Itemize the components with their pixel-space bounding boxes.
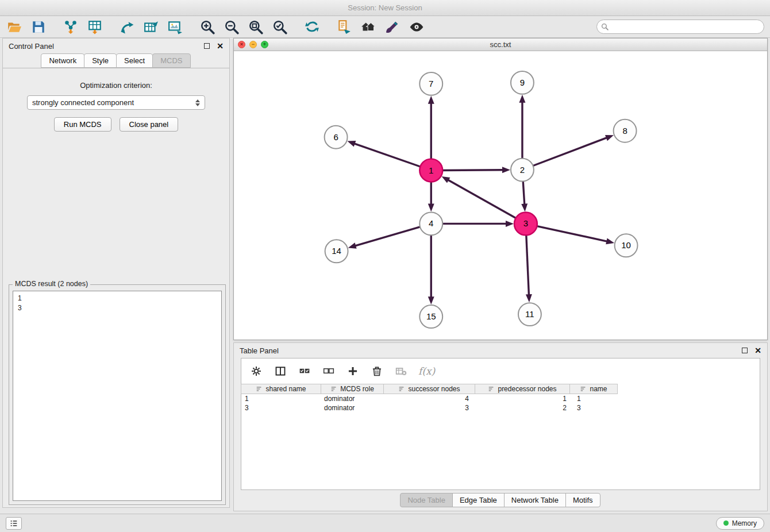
memory-button[interactable]: Memory [716,517,764,530]
table-cell: 1 [241,395,322,403]
node-8[interactable]: 8 [614,119,637,142]
network-window-title: scc.txt [490,40,511,49]
toolbar-groups [6,18,440,36]
edge-3-10[interactable] [537,226,607,242]
network-graph[interactable]: 7968124314101511 [234,51,767,340]
svg-text:8: 8 [622,126,627,136]
home-icon[interactable] [360,18,377,36]
close-window-icon[interactable]: × [238,41,245,48]
export-table-icon[interactable] [143,18,160,36]
import-table-icon[interactable] [86,18,103,36]
edge-4-14[interactable] [355,227,420,246]
table-body: 1dominator4113dominator323 [241,394,760,413]
settings-icon[interactable] [249,364,263,378]
table-cell: 1 [477,395,572,403]
zoom-fit-icon[interactable] [247,18,264,36]
zoom-out-icon[interactable] [223,18,240,36]
tab-mcds[interactable]: MCDS [152,53,190,68]
zoom-selected-icon[interactable] [271,18,288,36]
close-panel-icon[interactable]: ✕ [217,42,224,50]
edge-1-2[interactable] [442,170,503,171]
refresh-icon[interactable] [303,18,321,36]
node-7[interactable]: 7 [419,72,442,95]
mcds-buttons: Run MCDS Close panel [3,117,229,132]
edge-3-1[interactable] [448,180,516,218]
memory-status-icon [723,521,729,526]
column-header-shared-name[interactable]: shared name [241,384,321,394]
unselect-all-icon[interactable] [322,364,336,378]
node-9[interactable]: 9 [511,71,534,94]
close-table-panel-icon[interactable]: ✕ [754,346,761,354]
mcds-result-list[interactable]: 13 [13,291,222,501]
node-11[interactable]: 11 [518,303,541,326]
column-header-predecessor-nodes[interactable]: predecessor nodes [475,384,570,394]
node-15[interactable]: 15 [419,305,442,328]
delete-row-icon[interactable] [370,364,384,378]
table-row[interactable]: 3dominator323 [241,403,760,413]
columns-icon[interactable] [274,364,287,378]
delete-column-icon[interactable] [394,364,408,378]
node-3[interactable]: 3 [514,212,537,235]
export-image-icon[interactable] [167,18,184,36]
svg-text:9: 9 [520,78,525,87]
node-2[interactable]: 2 [511,159,534,182]
column-label: predecessor nodes [498,385,556,393]
float-panel-icon[interactable] [204,43,210,49]
minimize-window-icon[interactable]: − [249,41,257,48]
table-cell: 2 [477,404,572,412]
node-6[interactable]: 6 [325,126,348,149]
save-session-icon[interactable] [30,18,47,36]
tab-network[interactable]: Network [41,53,84,68]
show-hide-icon[interactable] [408,18,425,36]
function-builder-button[interactable]: f(x) [418,365,435,377]
column-sort-icon [580,385,587,392]
tab-motifs[interactable]: Motifs [565,493,600,507]
node-14[interactable]: 14 [325,240,348,263]
edge-2-3[interactable] [523,182,525,205]
toolbar-group [303,18,321,36]
column-sort-icon [330,385,337,392]
column-header-successor-nodes[interactable]: successor nodes [383,384,475,394]
tab-node-table[interactable]: Node Table [400,493,453,507]
table-panel: Table Panel ✕ f(x) shared nameMCDS roles… [233,342,768,511]
table-cell: dominator [322,404,385,412]
close-panel-button[interactable]: Close panel [120,117,179,132]
tab-edge-table[interactable]: Edge Table [452,493,505,507]
column-header-name[interactable]: name [569,384,618,394]
export-document-icon[interactable] [336,18,353,36]
table-row[interactable]: 1dominator411 [241,394,760,403]
export-network-icon[interactable] [118,18,136,36]
criterion-select[interactable]: strongly connected component [27,95,205,110]
network-window-titlebar[interactable]: × − + scc.txt [234,38,767,51]
toolbar-group [336,18,425,36]
svg-text:6: 6 [333,132,338,142]
mcds-result-item: 3 [18,303,217,313]
tab-style[interactable]: Style [84,53,117,68]
select-all-icon[interactable] [298,364,311,378]
tab-select[interactable]: Select [116,53,153,68]
edge-3-11[interactable] [526,235,529,295]
network-canvas[interactable]: 7968124314101511 [234,51,767,340]
main-toolbar [0,16,770,38]
node-1[interactable]: 1 [419,159,442,182]
search-icon [601,23,609,30]
run-mcds-button[interactable]: Run MCDS [54,117,111,132]
add-row-icon[interactable] [346,364,360,378]
apply-style-icon[interactable] [384,18,401,36]
zoom-window-icon[interactable]: + [261,41,268,48]
import-network-icon[interactable] [62,18,79,36]
search-input[interactable] [596,20,764,34]
edge-1-6[interactable] [354,144,421,167]
float-table-panel-icon[interactable] [742,348,748,353]
node-10[interactable]: 10 [615,234,638,257]
svg-text:2: 2 [520,165,525,175]
window-titlebar[interactable]: Session: New Session [0,0,770,16]
zoom-in-icon[interactable] [199,18,216,36]
edge-2-8[interactable] [533,137,607,165]
edge-arrow-1-4 [428,203,434,211]
tab-network-table[interactable]: Network Table [504,493,566,507]
task-history-button[interactable] [6,517,22,530]
column-header-mcds-role[interactable]: MCDS role [321,384,384,394]
open-session-icon[interactable] [6,18,23,36]
node-4[interactable]: 4 [419,212,442,235]
